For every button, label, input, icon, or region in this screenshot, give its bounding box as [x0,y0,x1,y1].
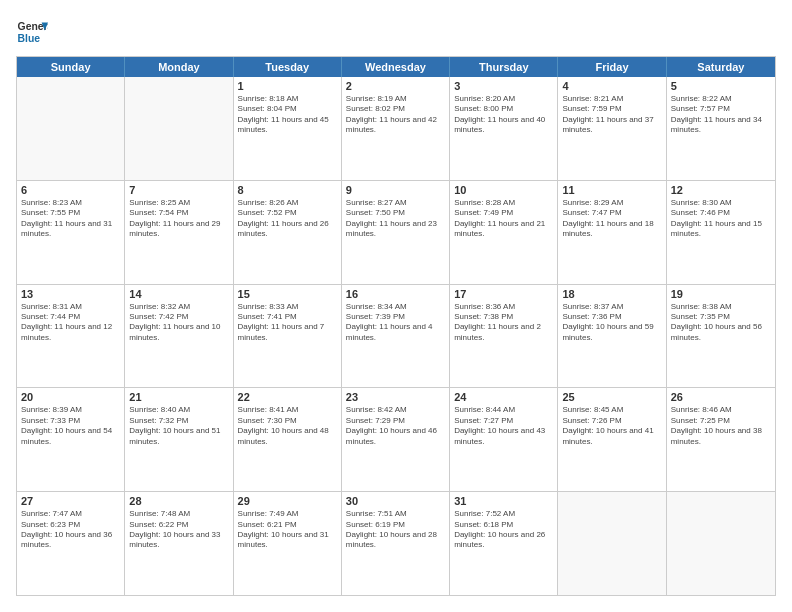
calendar-cell [667,492,775,595]
calendar-cell: 1Sunrise: 8:18 AM Sunset: 8:04 PM Daylig… [234,77,342,180]
calendar-cell: 5Sunrise: 8:22 AM Sunset: 7:57 PM Daylig… [667,77,775,180]
cell-info: Sunrise: 8:44 AM Sunset: 7:27 PM Dayligh… [454,405,553,447]
day-number: 30 [346,495,445,507]
cell-info: Sunrise: 8:34 AM Sunset: 7:39 PM Dayligh… [346,302,445,344]
cell-info: Sunrise: 7:52 AM Sunset: 6:18 PM Dayligh… [454,509,553,551]
cell-info: Sunrise: 8:22 AM Sunset: 7:57 PM Dayligh… [671,94,771,136]
calendar-cell: 29Sunrise: 7:49 AM Sunset: 6:21 PM Dayli… [234,492,342,595]
calendar-row-2: 13Sunrise: 8:31 AM Sunset: 7:44 PM Dayli… [17,284,775,388]
day-number: 24 [454,391,553,403]
day-number: 5 [671,80,771,92]
header: General Blue [16,16,776,48]
calendar-cell: 16Sunrise: 8:34 AM Sunset: 7:39 PM Dayli… [342,285,450,388]
cell-info: Sunrise: 8:30 AM Sunset: 7:46 PM Dayligh… [671,198,771,240]
cell-info: Sunrise: 8:46 AM Sunset: 7:25 PM Dayligh… [671,405,771,447]
day-number: 19 [671,288,771,300]
cell-info: Sunrise: 8:32 AM Sunset: 7:42 PM Dayligh… [129,302,228,344]
cell-info: Sunrise: 8:27 AM Sunset: 7:50 PM Dayligh… [346,198,445,240]
day-number: 11 [562,184,661,196]
calendar-cell: 20Sunrise: 8:39 AM Sunset: 7:33 PM Dayli… [17,388,125,491]
calendar-cell: 13Sunrise: 8:31 AM Sunset: 7:44 PM Dayli… [17,285,125,388]
cell-info: Sunrise: 8:31 AM Sunset: 7:44 PM Dayligh… [21,302,120,344]
cell-info: Sunrise: 8:21 AM Sunset: 7:59 PM Dayligh… [562,94,661,136]
day-number: 10 [454,184,553,196]
cell-info: Sunrise: 7:47 AM Sunset: 6:23 PM Dayligh… [21,509,120,551]
calendar-cell: 11Sunrise: 8:29 AM Sunset: 7:47 PM Dayli… [558,181,666,284]
cell-info: Sunrise: 8:36 AM Sunset: 7:38 PM Dayligh… [454,302,553,344]
day-number: 12 [671,184,771,196]
header-day-thursday: Thursday [450,57,558,77]
cell-info: Sunrise: 8:38 AM Sunset: 7:35 PM Dayligh… [671,302,771,344]
calendar-cell [558,492,666,595]
cell-info: Sunrise: 8:26 AM Sunset: 7:52 PM Dayligh… [238,198,337,240]
day-number: 27 [21,495,120,507]
calendar-cell: 3Sunrise: 8:20 AM Sunset: 8:00 PM Daylig… [450,77,558,180]
cell-info: Sunrise: 8:25 AM Sunset: 7:54 PM Dayligh… [129,198,228,240]
calendar-cell: 4Sunrise: 8:21 AM Sunset: 7:59 PM Daylig… [558,77,666,180]
calendar-cell: 26Sunrise: 8:46 AM Sunset: 7:25 PM Dayli… [667,388,775,491]
calendar-body: 1Sunrise: 8:18 AM Sunset: 8:04 PM Daylig… [17,77,775,595]
header-day-saturday: Saturday [667,57,775,77]
calendar-cell: 12Sunrise: 8:30 AM Sunset: 7:46 PM Dayli… [667,181,775,284]
calendar-cell: 27Sunrise: 7:47 AM Sunset: 6:23 PM Dayli… [17,492,125,595]
logo: General Blue [16,16,48,48]
cell-info: Sunrise: 7:48 AM Sunset: 6:22 PM Dayligh… [129,509,228,551]
calendar-cell: 24Sunrise: 8:44 AM Sunset: 7:27 PM Dayli… [450,388,558,491]
cell-info: Sunrise: 7:51 AM Sunset: 6:19 PM Dayligh… [346,509,445,551]
calendar-cell: 19Sunrise: 8:38 AM Sunset: 7:35 PM Dayli… [667,285,775,388]
day-number: 7 [129,184,228,196]
calendar-cell: 22Sunrise: 8:41 AM Sunset: 7:30 PM Dayli… [234,388,342,491]
calendar-cell: 10Sunrise: 8:28 AM Sunset: 7:49 PM Dayli… [450,181,558,284]
calendar-cell: 31Sunrise: 7:52 AM Sunset: 6:18 PM Dayli… [450,492,558,595]
day-number: 29 [238,495,337,507]
calendar-cell: 30Sunrise: 7:51 AM Sunset: 6:19 PM Dayli… [342,492,450,595]
logo-icon: General Blue [16,16,48,48]
cell-info: Sunrise: 8:19 AM Sunset: 8:02 PM Dayligh… [346,94,445,136]
calendar-cell: 15Sunrise: 8:33 AM Sunset: 7:41 PM Dayli… [234,285,342,388]
cell-info: Sunrise: 8:20 AM Sunset: 8:00 PM Dayligh… [454,94,553,136]
cell-info: Sunrise: 7:49 AM Sunset: 6:21 PM Dayligh… [238,509,337,551]
cell-info: Sunrise: 8:37 AM Sunset: 7:36 PM Dayligh… [562,302,661,344]
header-day-monday: Monday [125,57,233,77]
calendar-cell [17,77,125,180]
calendar-cell: 28Sunrise: 7:48 AM Sunset: 6:22 PM Dayli… [125,492,233,595]
calendar-row-0: 1Sunrise: 8:18 AM Sunset: 8:04 PM Daylig… [17,77,775,180]
header-day-wednesday: Wednesday [342,57,450,77]
day-number: 17 [454,288,553,300]
cell-info: Sunrise: 8:42 AM Sunset: 7:29 PM Dayligh… [346,405,445,447]
header-day-sunday: Sunday [17,57,125,77]
day-number: 6 [21,184,120,196]
day-number: 4 [562,80,661,92]
day-number: 28 [129,495,228,507]
calendar-cell: 17Sunrise: 8:36 AM Sunset: 7:38 PM Dayli… [450,285,558,388]
day-number: 14 [129,288,228,300]
header-day-tuesday: Tuesday [234,57,342,77]
calendar-cell [125,77,233,180]
calendar-cell: 14Sunrise: 8:32 AM Sunset: 7:42 PM Dayli… [125,285,233,388]
day-number: 16 [346,288,445,300]
calendar-row-4: 27Sunrise: 7:47 AM Sunset: 6:23 PM Dayli… [17,491,775,595]
day-number: 22 [238,391,337,403]
calendar-cell: 9Sunrise: 8:27 AM Sunset: 7:50 PM Daylig… [342,181,450,284]
day-number: 21 [129,391,228,403]
calendar-cell: 7Sunrise: 8:25 AM Sunset: 7:54 PM Daylig… [125,181,233,284]
day-number: 20 [21,391,120,403]
day-number: 18 [562,288,661,300]
day-number: 1 [238,80,337,92]
day-number: 2 [346,80,445,92]
cell-info: Sunrise: 8:41 AM Sunset: 7:30 PM Dayligh… [238,405,337,447]
cell-info: Sunrise: 8:33 AM Sunset: 7:41 PM Dayligh… [238,302,337,344]
calendar-header: SundayMondayTuesdayWednesdayThursdayFrid… [17,57,775,77]
day-number: 3 [454,80,553,92]
cell-info: Sunrise: 8:29 AM Sunset: 7:47 PM Dayligh… [562,198,661,240]
day-number: 15 [238,288,337,300]
cell-info: Sunrise: 8:45 AM Sunset: 7:26 PM Dayligh… [562,405,661,447]
cell-info: Sunrise: 8:18 AM Sunset: 8:04 PM Dayligh… [238,94,337,136]
cell-info: Sunrise: 8:40 AM Sunset: 7:32 PM Dayligh… [129,405,228,447]
cell-info: Sunrise: 8:39 AM Sunset: 7:33 PM Dayligh… [21,405,120,447]
cell-info: Sunrise: 8:28 AM Sunset: 7:49 PM Dayligh… [454,198,553,240]
calendar-row-1: 6Sunrise: 8:23 AM Sunset: 7:55 PM Daylig… [17,180,775,284]
calendar-row-3: 20Sunrise: 8:39 AM Sunset: 7:33 PM Dayli… [17,387,775,491]
day-number: 9 [346,184,445,196]
cell-info: Sunrise: 8:23 AM Sunset: 7:55 PM Dayligh… [21,198,120,240]
